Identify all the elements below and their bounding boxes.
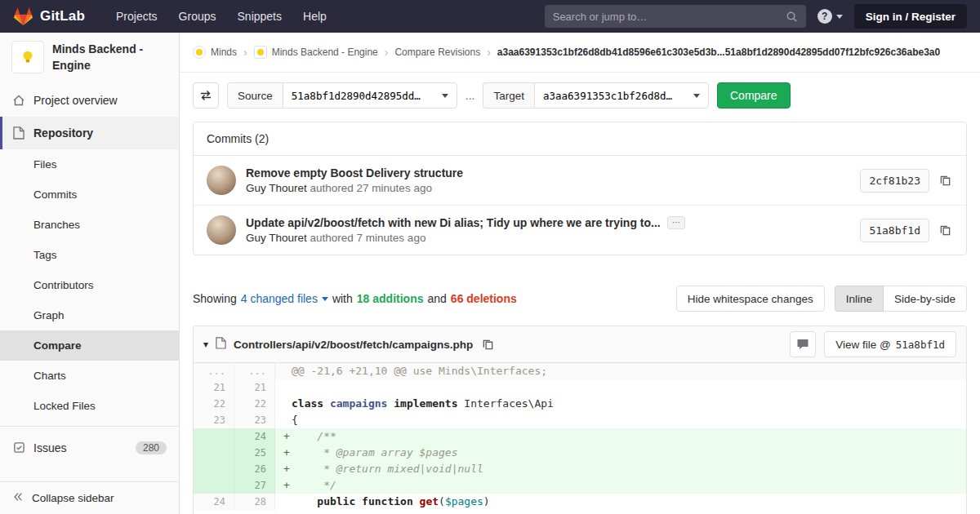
expand-commit-message-button[interactable]: ···	[667, 216, 685, 229]
diff-line: 24+ /**	[194, 428, 966, 445]
diff-view-toggle: Inline Side-by-side	[835, 286, 967, 312]
sidebar-subitem-branches[interactable]: Branches	[0, 210, 179, 240]
commit-sha-link[interactable]: 2cf81b23	[860, 169, 929, 193]
menu-item-groups[interactable]: Groups	[179, 10, 216, 23]
diff-view-controls: Hide whitespace changes Inline Side-by-s…	[676, 286, 967, 312]
diff-line: ...... @@ -21,6 +21,10 @@ use Minds\Inte…	[194, 363, 966, 379]
old-line-number[interactable]: 23	[194, 412, 234, 428]
project-mini-avatar	[254, 46, 267, 59]
copy-sha-button[interactable]	[938, 223, 953, 238]
commit-sha-link[interactable]: 51a8bf1d	[860, 219, 929, 242]
source-branch-dropdown[interactable]: 51a8bf1d2890d42895dd…	[283, 82, 457, 109]
menu-item-projects[interactable]: Projects	[116, 10, 158, 23]
old-line-number[interactable]	[194, 445, 234, 461]
old-line-number[interactable]	[194, 428, 234, 445]
collapse-sidebar-button[interactable]: Collapse sidebar	[0, 481, 179, 514]
sidebar-item-issues[interactable]: Issues 280	[0, 432, 179, 464]
double-chevron-left-icon	[12, 491, 24, 505]
sidebar-subitem-compare[interactable]: Compare	[0, 330, 179, 361]
swap-revisions-button[interactable]	[193, 82, 219, 109]
sidebar-item-repository[interactable]: Repository	[0, 117, 179, 149]
new-line-number[interactable]: 22	[234, 396, 275, 412]
copy-path-button[interactable]	[480, 337, 496, 352]
toggle-comments-button[interactable]	[790, 331, 816, 357]
commit-author-link[interactable]: Guy Thouret	[246, 182, 307, 194]
compare-button[interactable]: Compare	[717, 82, 791, 109]
search-input[interactable]	[553, 11, 779, 23]
sidebar-subitem-graph[interactable]: Graph	[0, 300, 179, 330]
diff-line: 2428 public function get($pages)	[194, 494, 966, 510]
source-label: Source	[227, 82, 283, 109]
search-box[interactable]	[545, 5, 806, 28]
sidebar-subitem-contributors[interactable]: Contributors	[0, 270, 179, 300]
user-avatar[interactable]	[207, 166, 236, 195]
diff-header-actions: View file @ 51a8bf1d	[790, 331, 956, 357]
menu-item-help[interactable]: Help	[303, 10, 327, 23]
old-line-number[interactable]: 21	[194, 379, 234, 396]
file-path-link[interactable]: Controllers/api/v2/boost/fetch/campaigns…	[234, 339, 473, 351]
sidebar-subitem-commits[interactable]: Commits	[0, 179, 179, 210]
diff-file-panel: ▾ Controllers/api/v2/boost/fetch/campaig…	[193, 326, 967, 514]
sidebar-subitem-charts[interactable]: Charts	[0, 361, 179, 391]
diff-line-code: @@ -21,6 +21,10 @@ use Minds\Interfaces;	[275, 363, 966, 379]
diff-line: 27+ */	[194, 477, 966, 494]
old-line-number[interactable]: ...	[194, 363, 234, 379]
diff-line-code: + * @param array $pages	[275, 445, 966, 461]
menu-item-snippets[interactable]: Snippets	[238, 10, 282, 23]
breadcrumb-compare-label: Compare Revisions	[394, 47, 480, 58]
diff-line-code: class campaigns implements Interfaces\Ap…	[275, 396, 966, 412]
commit-row: Remove empty Boost Delivery structureGuy…	[194, 156, 966, 205]
old-line-number[interactable]: 24	[194, 494, 234, 510]
old-line-number[interactable]	[194, 477, 234, 494]
commit-title-link[interactable]: Update api/v2/boost/fetch with new Di al…	[246, 216, 661, 229]
new-line-number[interactable]: 26	[234, 461, 275, 477]
new-line-number[interactable]: 24	[234, 428, 275, 445]
old-line-number[interactable]: 22	[194, 396, 234, 412]
diff-line: 2323 {	[194, 412, 966, 428]
collapse-diff-icon[interactable]: ▾	[203, 339, 208, 350]
target-branch-dropdown[interactable]: a3aa6391353c1bf26d8d…	[534, 82, 709, 109]
tanuki-icon	[13, 7, 33, 26]
gitlab-logo[interactable]: GitLab	[13, 7, 85, 26]
breadcrumb-project-link[interactable]: Minds Backend - Engine	[254, 46, 378, 59]
breadcrumb-commit-range: a3aa6391353c1bf26d8db41d8596e61c303e5d3b…	[497, 47, 940, 58]
copy-sha-button[interactable]	[938, 173, 953, 188]
breadcrumb: Minds Minds Backend - Engine Compare Rev…	[180, 33, 980, 73]
project-name: Minds Backend - Engine	[52, 41, 167, 74]
new-line-number[interactable]: 28	[234, 494, 275, 510]
sidebar-subitem-files[interactable]: Files	[0, 149, 179, 179]
sidebar-subitem-tags[interactable]: Tags	[0, 240, 179, 270]
new-line-number[interactable]: 23	[234, 412, 275, 428]
user-avatar[interactable]	[207, 215, 236, 245]
new-line-number[interactable]: 25	[234, 445, 275, 461]
with-label: with	[332, 292, 353, 305]
breadcrumb-separator	[385, 46, 389, 59]
issues-icon	[12, 441, 25, 454]
new-line-number[interactable]: 21	[234, 379, 275, 396]
commit-author-link[interactable]: Guy Thouret	[246, 232, 307, 244]
sidebar-item-label: Repository	[33, 126, 93, 140]
hide-whitespace-button[interactable]: Hide whitespace changes	[676, 286, 825, 312]
brand-name: GitLab	[40, 8, 85, 24]
breadcrumb-group-link[interactable]: Minds	[193, 46, 237, 59]
sign-in-register-button[interactable]: Sign in / Register	[854, 4, 967, 29]
commit-row: Update api/v2/boost/fetch with new Di al…	[194, 205, 966, 255]
new-line-number[interactable]: ...	[234, 363, 275, 379]
repository-submenu: FilesCommitsBranchesTagsContributorsGrap…	[0, 149, 179, 421]
commit-title-link[interactable]: Remove empty Boost Delivery structure	[246, 166, 463, 179]
sidebar-item-project-overview[interactable]: Project overview	[0, 84, 179, 117]
top-navbar: GitLab ProjectsGroupsSnippetsHelp ? Sign…	[0, 0, 980, 33]
help-menu[interactable]: ?	[817, 9, 843, 24]
breadcrumb-compare-revisions-link[interactable]: Compare Revisions	[394, 47, 480, 58]
old-line-number[interactable]	[194, 461, 234, 477]
diff-file-header: ▾ Controllers/api/v2/boost/fetch/campaig…	[194, 326, 966, 363]
inline-view-button[interactable]: Inline	[835, 286, 884, 312]
new-line-number[interactable]: 27	[234, 477, 275, 494]
sidebar-subitem-locked-files[interactable]: Locked Files	[0, 391, 179, 421]
breadcrumb-separator	[243, 46, 247, 59]
changed-files-dropdown[interactable]: 4 changed files	[241, 292, 328, 305]
view-file-button[interactable]: View file @ 51a8bf1d	[824, 331, 956, 357]
sidebar-project-link[interactable]: Minds Backend - Engine	[0, 33, 179, 84]
collapse-sidebar-label: Collapse sidebar	[32, 492, 114, 504]
side-by-side-view-button[interactable]: Side-by-side	[884, 286, 967, 312]
